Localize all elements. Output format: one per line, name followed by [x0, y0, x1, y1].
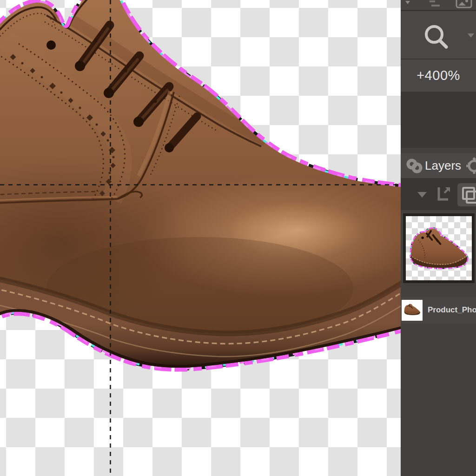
panel-top-toolbar [401, 0, 476, 11]
adjust-sliders-icon[interactable] [430, 1, 440, 6]
gear-icon[interactable] [462, 157, 476, 175]
layer-thumbnail-selected[interactable] [403, 213, 475, 283]
app-window: +400% Layers [0, 0, 476, 476]
layer-thumbnail-image [406, 216, 472, 280]
zoom-level-value[interactable]: +400% [401, 60, 476, 92]
shoe-cutout-artwork [0, 0, 401, 476]
panel-spacer [401, 92, 476, 148]
zoom-level-label: +400% [416, 68, 460, 83]
image-icon[interactable] [456, 0, 471, 7]
magnifier-icon[interactable] [426, 26, 446, 47]
eyelet-hole [46, 40, 56, 50]
duplicate-layer-icon [457, 183, 476, 206]
caret-down-icon[interactable] [468, 33, 474, 38]
layers-panel-header[interactable]: Layers [401, 153, 476, 178]
caret-down-icon[interactable] [405, 1, 410, 4]
move-layer-icon[interactable] [439, 187, 450, 199]
document-canvas[interactable] [0, 0, 401, 476]
link-icon [401, 157, 425, 175]
layer-name-label: Product_Photo_L [428, 305, 476, 315]
layer-row-product-photo[interactable]: Product_Photo_L [401, 297, 476, 324]
zoom-tool-section[interactable] [401, 11, 476, 60]
layers-toolbar [401, 178, 476, 210]
caret-down-icon[interactable] [417, 192, 427, 198]
right-panel: +400% Layers [401, 0, 476, 476]
duplicate-layer-button[interactable] [457, 183, 476, 206]
layers-panel-title: Layers [425, 159, 461, 173]
layer-thumbnail-small [402, 300, 423, 321]
